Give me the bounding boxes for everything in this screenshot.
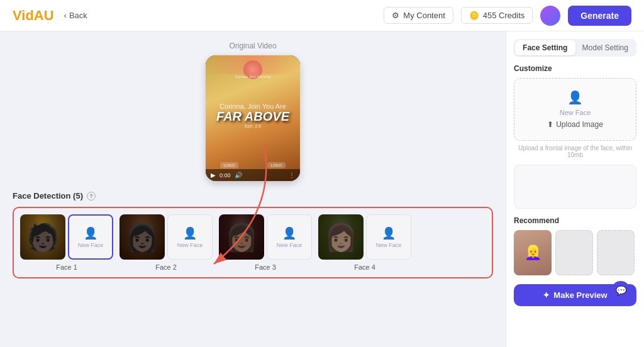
- new-face-box-2[interactable]: 👤 New Face: [167, 214, 213, 260]
- video-logos-row: LOGO LOGO: [206, 162, 300, 168]
- recommend-title: Recommend: [514, 216, 636, 225]
- new-face-box-1[interactable]: 👤 New Face: [68, 214, 113, 260]
- right-panel: Face Setting Model Setting Customize 👤 N…: [506, 31, 644, 347]
- face-group-3: 👩🏾 👤 New Face Face 3: [219, 214, 312, 271]
- play-button[interactable]: ▶: [211, 172, 216, 179]
- face-detection-section: Face Detection (5) ? 🧑🏿 👤 New Face: [13, 191, 493, 278]
- face-name-4: Face 4: [354, 263, 375, 271]
- video-logo-2: LOGO: [267, 162, 286, 168]
- new-face-icon-1: 👤: [84, 226, 97, 240]
- new-face-label-4: New Face: [376, 242, 402, 248]
- person-placeholder-icon: 👤: [567, 90, 583, 105]
- logo-au: AU: [34, 8, 54, 23]
- customize-title: Customize: [514, 64, 636, 73]
- upload-icon-label: New Face: [560, 109, 591, 116]
- my-content-button[interactable]: ⚙ My Content: [384, 7, 453, 24]
- face-group-2: 👩🏿 👤 New Face Face 2: [119, 214, 213, 271]
- back-label: Back: [69, 11, 87, 20]
- sparkle-icon: ✦: [543, 290, 550, 300]
- make-preview-label: Make Preview: [553, 290, 607, 300]
- face-detection-title: Face Detection (5): [13, 191, 83, 201]
- new-face-label-2: New Face: [177, 242, 203, 248]
- new-face-box-3[interactable]: 👤 New Face: [267, 214, 312, 260]
- app-logo: VidAU: [13, 8, 54, 24]
- face-pair-1: 🧑🏿 👤 New Face: [20, 214, 113, 260]
- video-time: 0:00: [219, 172, 231, 179]
- face-emoji-3: 👩🏾: [219, 214, 264, 260]
- logo-vid: Vid: [13, 8, 34, 23]
- face-group-1: 🧑🏿 👤 New Face Face 1: [20, 214, 113, 271]
- app-header: VidAU ‹ Back ⚙ My Content 🪙 455 Credits …: [0, 0, 644, 31]
- credits-button[interactable]: 🪙 455 Credits: [461, 7, 533, 24]
- generate-button[interactable]: Generate: [568, 6, 631, 26]
- main-content: Original Video Corinna Join Worship Cori…: [0, 31, 644, 347]
- face-thumbnail-4[interactable]: 👩🏽: [318, 214, 364, 260]
- face-name-2: Face 2: [155, 263, 177, 271]
- generate-label: Generate: [580, 11, 619, 21]
- face-thumbnail-2[interactable]: 👩🏿: [119, 214, 165, 260]
- face-emoji-4: 👩🏽: [318, 214, 364, 260]
- preview-box: [514, 165, 636, 209]
- tab-bar: Face Setting Model Setting: [514, 39, 636, 57]
- video-label: Original Video: [229, 41, 276, 50]
- make-preview-container: ✦ Make Preview 💬: [514, 284, 636, 306]
- recommend-item-3[interactable]: [597, 230, 635, 275]
- face-pair-4: 👩🏽 👤 New Face: [318, 214, 411, 260]
- video-main-text: Corinna, Join You Are FAR ABOVE Eph. 2:6: [206, 102, 300, 128]
- header-right: ⚙ My Content 🪙 455 Credits Generate: [384, 6, 631, 26]
- center-panel: Original Video Corinna Join Worship Cori…: [0, 31, 506, 347]
- chat-icon: 💬: [616, 285, 626, 295]
- credits-coin-icon: 🪙: [469, 11, 479, 20]
- face-emoji-1: 🧑🏿: [20, 214, 65, 260]
- recommend-item-1[interactable]: 👱‍♀️: [514, 230, 552, 275]
- new-face-icon-3: 👤: [282, 226, 296, 240]
- credits-label: 455 Credits: [483, 11, 525, 20]
- face-pair-3: 👩🏾 👤 New Face: [219, 214, 312, 260]
- face-thumbnail-3[interactable]: 👩🏾: [219, 214, 264, 260]
- faces-container: 🧑🏿 👤 New Face Face 1 👩🏿: [13, 207, 493, 278]
- my-content-icon: ⚙: [392, 11, 399, 20]
- back-chevron-icon: ‹: [64, 11, 67, 20]
- face-name-3: Face 3: [255, 263, 276, 271]
- upload-label: Upload Image: [556, 120, 603, 129]
- my-content-label: My Content: [403, 11, 445, 20]
- face-detection-header: Face Detection (5) ?: [13, 191, 493, 201]
- help-icon[interactable]: ?: [87, 192, 96, 201]
- video-inner: Corinna Join Worship Corinna, Join You A…: [206, 55, 300, 181]
- new-face-label-1: New Face: [78, 242, 104, 248]
- avatar[interactable]: [540, 6, 560, 26]
- upload-area[interactable]: 👤 New Face ⬆ Upload Image: [514, 78, 636, 141]
- header-left: VidAU ‹ Back: [13, 8, 87, 24]
- new-face-label-3: New Face: [277, 242, 303, 248]
- video-subtitle: Corinna Join Worship: [211, 74, 295, 79]
- face-pair-2: 👩🏿 👤 New Face: [119, 214, 213, 260]
- video-top-text: Corinna Join Worship: [206, 74, 300, 79]
- face-thumbnail-1[interactable]: 🧑🏿: [20, 214, 65, 260]
- back-button[interactable]: ‹ Back: [64, 11, 87, 20]
- video-container: Corinna Join Worship Corinna, Join You A…: [206, 55, 300, 181]
- volume-button[interactable]: 🔊: [235, 172, 242, 179]
- tab-model-setting[interactable]: Model Setting: [575, 40, 636, 55]
- video-logo-1: LOGO: [220, 162, 238, 168]
- recommend-face-1: 👱‍♀️: [514, 230, 552, 275]
- upload-arrow-icon: ⬆: [547, 120, 553, 129]
- recommend-item-2[interactable]: [555, 230, 593, 275]
- tab-face-setting[interactable]: Face Setting: [515, 40, 575, 55]
- video-main-title: FAR ABOVE: [211, 110, 295, 123]
- upload-hint: Upload a frontal image of the face, with…: [514, 145, 636, 158]
- new-face-box-4[interactable]: 👤 New Face: [366, 214, 411, 260]
- video-small-text: Corinna, Join You Are: [211, 102, 295, 110]
- recommend-grid: 👱‍♀️: [514, 230, 636, 275]
- new-face-icon-4: 👤: [382, 226, 396, 240]
- chat-float-button[interactable]: 💬: [611, 281, 630, 300]
- video-controls: ▶ 0:00 🔊 ⋮: [206, 169, 300, 181]
- upload-button-label[interactable]: ⬆ Upload Image: [547, 120, 603, 129]
- face-emoji-2: 👩🏿: [119, 214, 165, 260]
- more-options-button[interactable]: ⋮: [289, 172, 295, 179]
- video-ref: Eph. 2:6: [211, 124, 295, 128]
- face-group-4: 👩🏽 👤 New Face Face 4: [318, 214, 411, 271]
- face-name-1: Face 1: [56, 263, 77, 271]
- new-face-icon-2: 👤: [183, 226, 197, 240]
